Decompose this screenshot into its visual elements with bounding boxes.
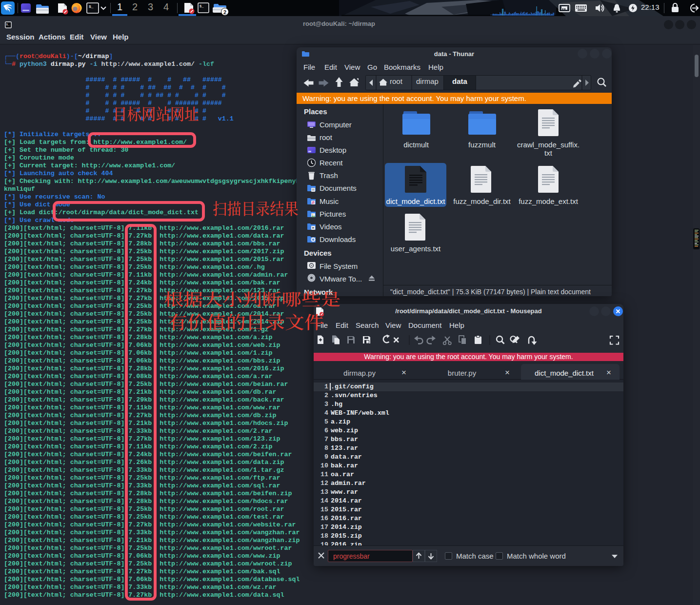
svg-text:$_: $_ bbox=[200, 4, 204, 8]
svg-text:2: 2 bbox=[223, 9, 226, 15]
svg-text:$_: $_ bbox=[6, 23, 10, 26]
svg-text:$_: $_ bbox=[89, 4, 94, 9]
